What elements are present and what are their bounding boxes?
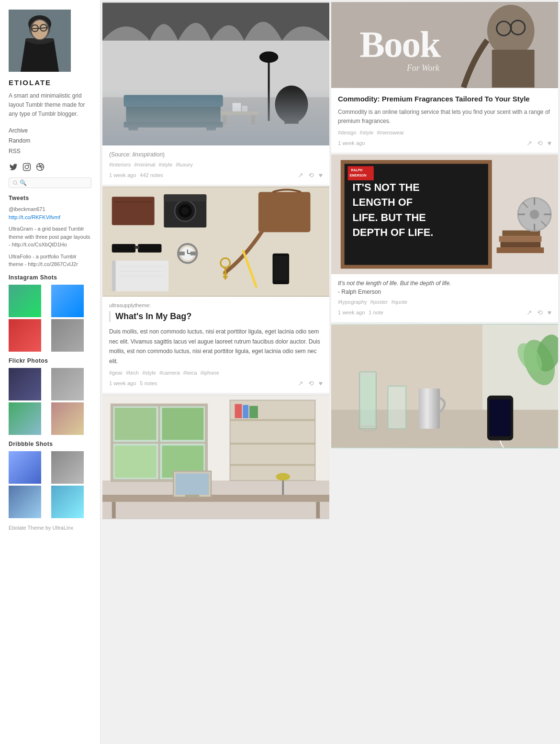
svg-rect-43 xyxy=(138,244,161,253)
post-meta: 1 week ago 442 notes ↗ ⟲ ♥ xyxy=(109,171,323,179)
source-link[interactable]: linxspiration xyxy=(133,151,163,158)
svg-rect-49 xyxy=(179,252,185,255)
svg-rect-75 xyxy=(230,443,315,444)
instagram-icon[interactable] xyxy=(22,162,32,172)
bag-post-body: ultrasupplytheme: What's In My Bag? Duis… xyxy=(102,297,329,393)
dribbble-icon[interactable] xyxy=(35,162,45,172)
flickr-thumb-1[interactable] xyxy=(9,368,41,400)
instagram-thumb-2[interactable] xyxy=(51,285,84,317)
quote-post-actions: ↗ ⟲ ♥ xyxy=(526,309,551,316)
svg-rect-81 xyxy=(112,502,116,519)
svg-rect-122 xyxy=(361,376,375,425)
share-icon-2[interactable]: ↗ xyxy=(298,379,303,387)
quote-post-body: It's not the length of life. But the dep… xyxy=(331,274,558,322)
blog-title: ETIOLATE xyxy=(9,78,91,87)
dribbble-thumb-3[interactable] xyxy=(9,486,41,518)
twitter-icon[interactable] xyxy=(9,162,18,172)
quote-post-meta: 1 week ago 1 note ↗ ⟲ ♥ xyxy=(338,309,551,316)
dribbble-grid xyxy=(9,451,91,518)
svg-text:Book: Book xyxy=(359,23,441,65)
svg-point-111 xyxy=(530,210,539,220)
instagram-thumb-1[interactable] xyxy=(9,285,41,317)
quote-author: - Ralph Emerson xyxy=(338,289,551,295)
reblog-icon-3[interactable]: ⟲ xyxy=(537,139,543,147)
share-icon-3[interactable]: ↗ xyxy=(526,139,532,147)
svg-rect-125 xyxy=(419,389,440,429)
svg-rect-20 xyxy=(123,95,223,107)
post-actions: ↗ ⟲ ♥ xyxy=(298,171,323,179)
tweets-section-title: Tweets xyxy=(9,195,91,201)
dribbble-thumb-4[interactable] xyxy=(51,486,84,518)
svg-rect-74 xyxy=(230,419,315,421)
book-image: Book For Work xyxy=(331,2,558,88)
svg-rect-23 xyxy=(206,122,216,131)
svg-rect-29 xyxy=(223,115,227,125)
book-post-title: Commodity: Premium Fragrances Tailored T… xyxy=(338,94,551,104)
svg-text:DEPTH OF LIFE.: DEPTH OF LIFE. xyxy=(352,227,433,239)
like-icon[interactable]: ♥ xyxy=(319,171,323,179)
svg-line-14 xyxy=(16,184,17,185)
bag-post: ultrasupplytheme: What's In My Bag? Duis… xyxy=(102,187,329,393)
reblog-icon[interactable]: ⟲ xyxy=(308,171,314,179)
svg-rect-9 xyxy=(23,164,31,171)
like-icon-2[interactable]: ♥ xyxy=(319,379,323,387)
interior-post: (Source: linxspiration) #interiors #mini… xyxy=(102,2,329,185)
svg-rect-97 xyxy=(497,248,544,254)
svg-rect-30 xyxy=(251,115,255,125)
like-icon-4[interactable]: ♥ xyxy=(548,309,551,316)
svg-rect-99 xyxy=(499,236,542,242)
svg-point-11 xyxy=(28,165,29,166)
share-icon-4[interactable]: ↗ xyxy=(526,309,532,316)
like-icon-3[interactable]: ♥ xyxy=(548,139,551,147)
right-column: Book For Work Commodity: Premium Fragran… xyxy=(331,2,558,519)
svg-rect-76 xyxy=(230,464,315,466)
instagram-thumb-4[interactable] xyxy=(51,319,84,352)
post-text: Duis mollis, est non commodo luctus, nis… xyxy=(109,327,323,366)
quote-post-tags: #typography #poster #quote xyxy=(338,299,551,305)
dribbble-thumb-2[interactable] xyxy=(51,451,84,484)
svg-rect-27 xyxy=(284,120,299,124)
room-post xyxy=(102,395,329,519)
svg-rect-55 xyxy=(223,273,228,275)
interior-post-body: (Source: linxspiration) #interiors #mini… xyxy=(102,145,329,185)
search-input[interactable] xyxy=(18,179,88,186)
flickr-thumb-2[interactable] xyxy=(51,368,84,400)
bag-image xyxy=(102,187,329,297)
svg-rect-34 xyxy=(112,197,155,225)
dribbble-thumb-1[interactable] xyxy=(9,451,41,484)
svg-rect-31 xyxy=(233,103,241,111)
svg-point-26 xyxy=(275,86,308,123)
svg-rect-16 xyxy=(102,97,329,144)
svg-rect-79 xyxy=(249,406,258,418)
reblog-icon-4[interactable]: ⟲ xyxy=(537,309,543,316)
svg-rect-78 xyxy=(243,405,248,418)
post-time: 1 week ago xyxy=(109,172,136,178)
svg-rect-59 xyxy=(112,261,116,291)
interior-image xyxy=(102,2,329,145)
svg-rect-84 xyxy=(176,474,209,495)
search-box[interactable] xyxy=(9,178,91,188)
svg-point-25 xyxy=(259,52,279,63)
drink-post xyxy=(331,324,558,448)
post-tags: #interiors #minimal #style #luxury xyxy=(109,162,323,167)
book-post-time: 1 week ago xyxy=(338,140,365,146)
svg-rect-22 xyxy=(128,122,138,131)
svg-rect-70 xyxy=(162,408,203,440)
random-link[interactable]: Random xyxy=(9,136,91,146)
flickr-thumb-4[interactable] xyxy=(51,402,84,435)
instagram-thumb-3[interactable] xyxy=(9,319,41,352)
archive-link[interactable]: Archive xyxy=(9,126,91,136)
quote-post-notes: 1 note xyxy=(369,310,383,315)
svg-text:LIFE. BUT THE: LIFE. BUT THE xyxy=(352,211,426,223)
dribbble-section-title: Dribbble Shots xyxy=(9,441,91,447)
rss-link[interactable]: RSS xyxy=(9,146,91,157)
tweet-link-1[interactable]: http://t.co/RKFKVifvmf xyxy=(9,214,60,220)
svg-point-39 xyxy=(181,207,189,215)
reblog-icon-2[interactable]: ⟲ xyxy=(308,379,314,387)
share-icon[interactable]: ↗ xyxy=(298,171,303,179)
svg-rect-28 xyxy=(221,111,258,115)
flickr-thumb-3[interactable] xyxy=(9,402,41,435)
svg-rect-80 xyxy=(102,495,329,502)
bag-post-actions: ↗ ⟲ ♥ xyxy=(298,379,323,387)
svg-rect-71 xyxy=(115,445,157,477)
